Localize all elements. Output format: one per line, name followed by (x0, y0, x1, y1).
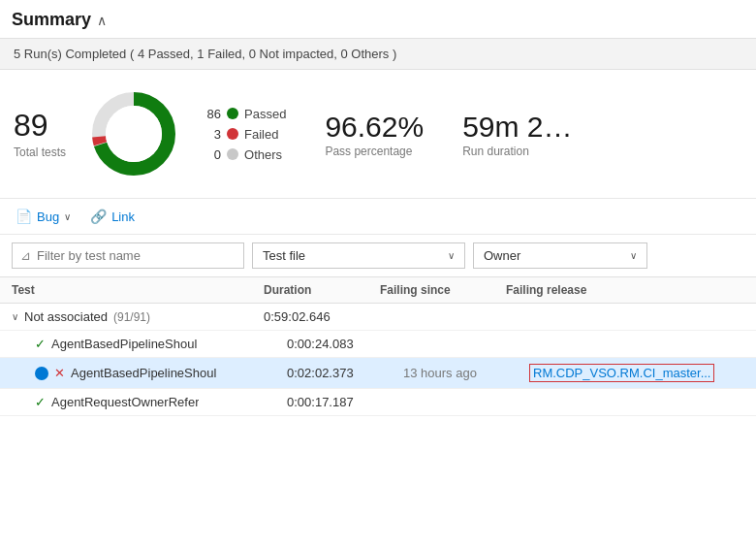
col-failing-release: Failing release (506, 283, 744, 297)
duration-2: 0:00:17.187 (287, 395, 403, 409)
donut-svg (85, 85, 182, 182)
legend-failed: 3 Failed (202, 127, 286, 142)
filter-input-wrapper[interactable]: ⊿ (12, 242, 244, 269)
others-count: 0 (202, 147, 221, 162)
donut-chart (85, 85, 182, 182)
bug-icon: 📄 (16, 209, 32, 224)
since-1: 13 hours ago (403, 366, 529, 380)
test-name-cell-1: ✕ AgentBasedPipelineShoul (35, 366, 287, 380)
pass-percentage-value: 96.62% (325, 111, 424, 143)
table-row-group: ∨ Not associated (91/91) 0:59:02.646 (0, 304, 756, 331)
col-test: Test (12, 283, 264, 297)
status-dot-icon (35, 367, 48, 380)
filter-by-test-name-input[interactable] (37, 248, 236, 263)
failed-count: 3 (202, 127, 221, 142)
pass-icon-2: ✓ (35, 395, 46, 409)
group-count: (91/91) (113, 310, 150, 324)
owner-label: Owner (484, 248, 520, 263)
table-row: ✓ AgentBasedPipelineShoul 0:00:24.083 (0, 331, 756, 358)
table-header: Test Duration Failing since Failing rele… (0, 277, 756, 304)
filter-icon: ⊿ (20, 248, 31, 263)
total-tests-block: 89 Total tests (14, 109, 66, 158)
bug-chevron-icon: ∨ (64, 211, 71, 222)
svg-point-3 (106, 106, 162, 162)
duration-1: 0:02:02.373 (287, 366, 403, 380)
owner-dropdown[interactable]: Owner ∨ (473, 242, 647, 269)
total-tests-label: Total tests (14, 145, 66, 159)
test-name-text-2: AgentRequestOwnerRefer (51, 395, 199, 409)
stats-row: 89 Total tests 86 Passed 3 Failed 0 (0, 70, 756, 199)
filter-row: ⊿ Test file ∨ Owner ∨ (0, 235, 756, 277)
bug-label: Bug (37, 210, 59, 224)
legend-passed: 86 Passed (202, 107, 286, 121)
passed-dot (227, 108, 238, 119)
link-icon: 🔗 (90, 209, 107, 224)
test-file-dropdown[interactable]: Test file ∨ (252, 242, 465, 269)
collapse-chevron-icon[interactable]: ∧ (97, 13, 107, 28)
pass-percentage-label: Pass percentage (325, 145, 412, 158)
table-row-selected[interactable]: ✕ AgentBasedPipelineShoul 0:02:02.373 13… (0, 358, 756, 389)
summary-bar-text: 5 Run(s) Completed ( 4 Passed, 1 Failed,… (14, 47, 396, 61)
fail-icon-1: ✕ (54, 366, 65, 380)
group-name-cell: ∨ Not associated (91/91) (12, 309, 264, 324)
test-name-text-0: AgentBasedPipelineShoul (51, 337, 197, 351)
pass-icon-0: ✓ (35, 337, 46, 351)
col-failing-since: Failing since (380, 283, 506, 297)
bug-button[interactable]: 📄 Bug ∨ (12, 207, 75, 226)
page-title: Summary (12, 10, 91, 30)
total-tests-value: 89 (14, 109, 48, 143)
group-expand-arrow-icon[interactable]: ∨ (12, 311, 18, 322)
run-duration-block: 59m 2… Run duration (462, 111, 572, 158)
group-duration: 0:59:02.646 (264, 309, 380, 324)
release-1: RM.CDP_VSO.RM.CI_master... (529, 364, 744, 382)
release-link-1[interactable]: RM.CDP_VSO.RM.CI_master... (529, 364, 714, 382)
test-name-cell-2: ✓ AgentRequestOwnerRefer (35, 395, 287, 409)
failed-dot (227, 128, 238, 140)
table-row-2: ✓ AgentRequestOwnerRefer 0:00:17.187 (0, 389, 756, 416)
test-name-cell-0: ✓ AgentBasedPipelineShoul (35, 337, 287, 351)
test-name-text-1: AgentBasedPipelineShoul (71, 366, 216, 380)
duration-0: 0:00:24.083 (287, 337, 403, 351)
actions-row: 📄 Bug ∨ 🔗 Link (0, 199, 756, 235)
link-label: Link (111, 210, 135, 224)
table-body: ∨ Not associated (91/91) 0:59:02.646 ✓ A… (0, 304, 756, 416)
failed-label: Failed (244, 127, 278, 142)
run-duration-value: 59m 2… (462, 111, 572, 143)
summary-bar: 5 Run(s) Completed ( 4 Passed, 1 Failed,… (0, 39, 756, 70)
group-label: Not associated (24, 309, 108, 324)
owner-chevron-icon: ∨ (630, 250, 637, 261)
col-duration: Duration (264, 283, 380, 297)
passed-count: 86 (202, 107, 221, 121)
test-file-label: Test file (263, 248, 305, 263)
test-file-chevron-icon: ∨ (448, 250, 455, 261)
passed-label: Passed (244, 107, 286, 121)
pass-percentage-block: 96.62% Pass percentage (325, 111, 424, 158)
legend-others: 0 Others (202, 147, 286, 162)
run-duration-label: Run duration (462, 145, 529, 158)
chart-legend: 86 Passed 3 Failed 0 Others (202, 107, 286, 162)
link-button[interactable]: 🔗 Link (86, 207, 139, 226)
others-label: Others (244, 147, 282, 162)
page-header: Summary ∧ (0, 0, 756, 39)
others-dot (227, 148, 238, 160)
